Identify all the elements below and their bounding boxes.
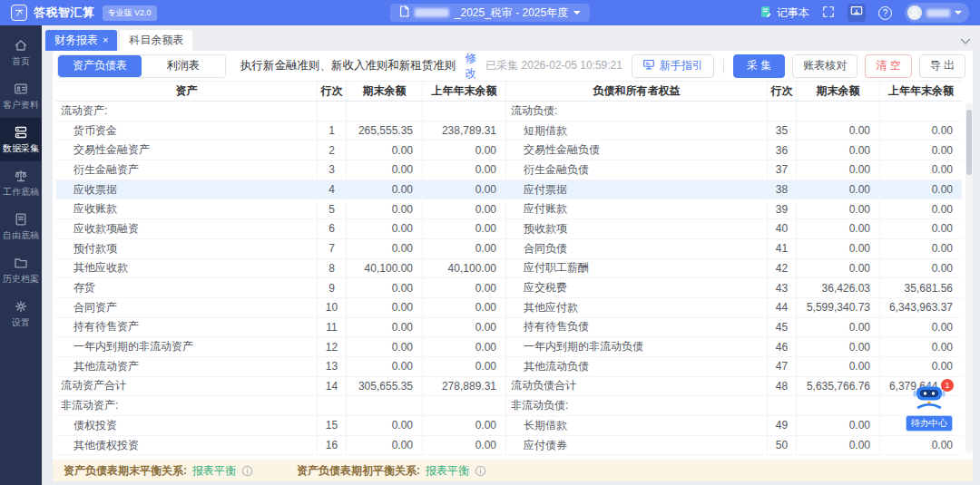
table-row[interactable]: 流动资产合计14305,655.35278,889.31流动负债合计485,63… — [56, 377, 962, 397]
table-cell: 存货 — [56, 278, 318, 297]
table-cell: 0.00 — [423, 180, 506, 199]
sidebar-item-free-drafts[interactable]: 自由底稿 — [0, 205, 42, 248]
guide-button[interactable]: 新手指引 — [632, 54, 714, 78]
modify-link[interactable]: 修改 — [466, 51, 477, 82]
table-cell: 0.00 — [880, 436, 962, 455]
tab-close-icon[interactable]: × — [103, 35, 108, 45]
project-selector[interactable]: _2025_税审 - 2025年度 — [390, 4, 590, 22]
tab-financial-reports[interactable]: 财务报表 × — [45, 30, 117, 51]
tab-income-statement[interactable]: 利润表 — [142, 55, 225, 77]
table-cell: 41 — [768, 239, 797, 258]
table-cell: 40,100.00 — [347, 259, 423, 278]
col-header-prior-year: 上年年末余额 — [423, 82, 506, 101]
collect-button[interactable]: 采 集 — [733, 54, 785, 78]
export-button[interactable]: 导 出 — [919, 54, 965, 78]
table-cell: 0.00 — [797, 259, 880, 278]
table-cell: 衍生金融资产 — [56, 160, 318, 179]
table-row[interactable]: 其他流动资产130.000.00其他流动负债470.000.00 — [56, 357, 962, 377]
sidebar-item-workpapers[interactable]: 工作底稿 — [0, 161, 42, 205]
table-cell: 预付款项 — [56, 239, 318, 258]
notebook-button[interactable]: 记事本 — [760, 5, 809, 21]
table-cell: 一年内到期的非流动资产 — [56, 337, 318, 356]
table-cell: 非流动负债: — [506, 396, 768, 415]
clear-button[interactable]: 清 空 — [865, 54, 911, 78]
table-row[interactable]: 预付款项70.000.00合同负债410.000.00 — [56, 239, 962, 259]
table-cell: 0.00 — [880, 219, 962, 238]
col-header-line: 行次 — [768, 82, 797, 101]
scrollbar-thumb[interactable] — [966, 110, 972, 175]
balance-check-bar: 资产负债表期末平衡关系: 报表平衡 资产负债表期初平衡关系: 报表平衡 — [53, 460, 973, 481]
table-cell — [797, 102, 880, 121]
report-panel: 资产负债表 利润表 执行新金融准则、新收入准则和新租赁准则 修改 已采集 202… — [53, 51, 973, 481]
sidebar-item-archives[interactable]: 历史档案 — [0, 248, 42, 292]
table-row[interactable]: 其他债权投资160.000.00应付债券500.000.00 — [56, 436, 962, 456]
sidebar-item-data-collection[interactable]: 数据采集 — [0, 118, 42, 161]
table-cell: 8 — [318, 259, 347, 278]
table-cell: 0.00 — [797, 436, 880, 455]
help-button[interactable]: ? — [878, 6, 892, 20]
vertical-scrollbar — [965, 102, 973, 453]
tab-account-balance[interactable]: 科目余额表 — [120, 30, 192, 51]
beginning-balance-relation-value: 报表平衡 — [426, 463, 469, 479]
table-cell: 43 — [768, 278, 797, 297]
table-cell: 6 — [318, 219, 347, 238]
table-cell: 0.00 — [347, 239, 423, 258]
table-row[interactable]: 持有待售资产110.000.00持有待售负债450.000.00 — [56, 318, 962, 338]
table-row[interactable]: 交易性金融资产20.000.00交易性金融负债360.000.00 — [56, 141, 962, 160]
table-cell: 0.00 — [347, 318, 423, 337]
document-icon — [399, 5, 409, 20]
table-cell — [880, 102, 962, 121]
table-row[interactable]: 合同资产100.000.00其他应付款445,599,340.736,343,9… — [56, 298, 962, 318]
table-cell: 0.00 — [880, 160, 962, 179]
table-cell: 0.00 — [880, 357, 962, 376]
col-header-line: 行次 — [318, 82, 347, 101]
table-row[interactable]: 应收款项融资60.000.00预收款项400.000.00 — [56, 219, 962, 239]
table-row[interactable]: 一年内到期的非流动资产120.000.00一年内到期的非流动负债460.000.… — [56, 337, 962, 357]
table-row[interactable]: 债权投资150.000.00长期借款490.000.00 — [56, 416, 962, 436]
sidebar-item-settings[interactable]: 设置 — [0, 292, 42, 335]
table-cell: 0.00 — [880, 141, 962, 160]
topbar: 答税智汇算 专业版 V2.0 _2025_税审 - 2025年度 记事本 ? — [0, 0, 980, 25]
todo-center-widget[interactable]: 1 待办中心 — [906, 383, 953, 432]
table-cell: 48 — [768, 377, 797, 396]
table-cell: 38 — [768, 180, 797, 199]
table-row[interactable]: 衍生金融资产30.000.00衍生金融负债370.000.00 — [56, 160, 962, 180]
table-cell: 合同资产 — [56, 298, 318, 317]
avatar — [907, 5, 922, 20]
table-cell: 1 — [318, 121, 347, 141]
table-cell: 非流动资产: — [56, 396, 318, 415]
info-icon[interactable] — [241, 465, 253, 477]
col-header-liabilities: 负债和所有者权益 — [506, 82, 768, 101]
table-cell — [768, 396, 797, 415]
table-row[interactable]: 应收账款50.000.00应付账款390.000.00 — [56, 199, 962, 219]
table-row[interactable]: 存货90.000.00应交税费4336,426.0335,681.56 — [56, 278, 962, 298]
table-cell: 0.00 — [423, 318, 506, 337]
table-cell: 14 — [318, 377, 347, 396]
table-row[interactable]: 其他应收款840,100.0040,100.00应付职工薪酬420.000.00 — [56, 259, 962, 279]
table-cell: 债权投资 — [56, 416, 318, 435]
check-button[interactable]: 账表核对 — [792, 54, 858, 78]
table-cell: 流动资产: — [56, 102, 318, 121]
table-cell: 应收账款 — [56, 199, 318, 218]
sidebar-item-home[interactable]: 首页 — [0, 31, 42, 74]
info-icon[interactable] — [475, 465, 486, 477]
user-menu[interactable] — [905, 3, 969, 23]
table-cell: 0.00 — [423, 337, 506, 356]
table-cell: 5,599,340.73 — [797, 298, 880, 317]
col-header-assets: 资产 — [56, 82, 318, 101]
tab-list-chevron-icon[interactable] — [960, 38, 971, 45]
screen-cast-button[interactable] — [848, 4, 866, 22]
report-type-switch: 资产负债表 利润表 — [57, 54, 226, 78]
tab-balance-sheet[interactable]: 资产负债表 — [58, 55, 142, 77]
table-cell: 长期借款 — [506, 416, 768, 435]
table-cell: 5 — [318, 199, 347, 218]
fullscreen-button[interactable] — [822, 5, 835, 21]
sidebar-item-clients[interactable]: 客户资料 — [0, 74, 42, 118]
database-icon — [14, 125, 28, 140]
table-row[interactable]: 货币资金1265,555.35238,789.31短期借款350.000.00 — [56, 121, 962, 141]
table-row[interactable]: 应收票据40.000.00应付票据380.000.00 — [56, 180, 962, 200]
table-row[interactable]: 非流动资产:非流动负债: — [56, 396, 962, 416]
folder-icon — [14, 256, 28, 270]
table-cell: 36,426.03 — [797, 278, 880, 297]
table-row[interactable]: 流动资产:流动负债: — [56, 102, 962, 121]
